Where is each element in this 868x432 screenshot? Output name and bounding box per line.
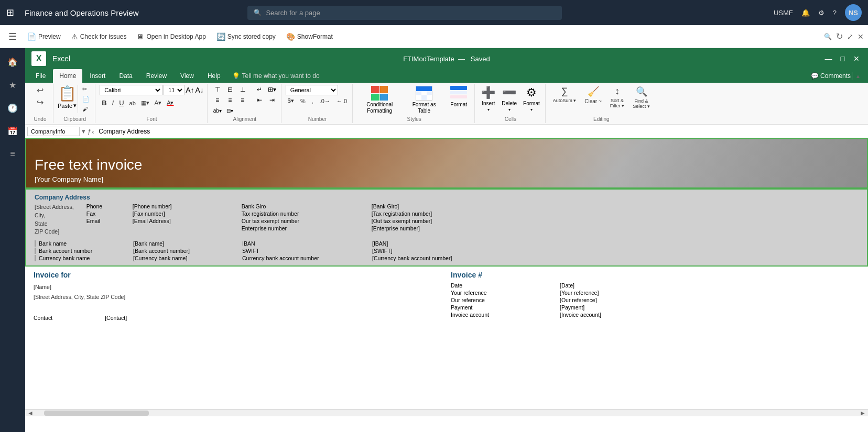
font-name-select[interactable]: Calibri bbox=[100, 85, 162, 95]
font-group-label: Font bbox=[146, 115, 157, 122]
merge-cells-button[interactable]: ⊟▾ bbox=[224, 106, 236, 115]
underline-button[interactable]: U bbox=[117, 98, 126, 108]
fill-color-button[interactable]: A▾ bbox=[153, 98, 164, 107]
ribbon-group-cells: ➕ Insert ▾ ➖ Delete ▾ ⚙ Format ▾ bbox=[476, 84, 546, 123]
close-button[interactable]: ✕ bbox=[851, 52, 862, 65]
increase-decimal-button[interactable]: .0→ bbox=[318, 97, 332, 105]
cell-styles-button[interactable]: Format bbox=[446, 85, 471, 108]
formula-input[interactable] bbox=[96, 127, 866, 136]
minimize-button[interactable]: — bbox=[823, 52, 834, 65]
invoice-header-area[interactable]: Free text invoice [Your Company Name] bbox=[25, 138, 868, 189]
align-bottom-button[interactable]: ⊥ bbox=[237, 85, 248, 94]
expand-formula-icon[interactable]: ▾ bbox=[82, 127, 85, 135]
align-right-button[interactable]: ≡ bbox=[237, 95, 248, 105]
redo-button[interactable]: ↪ bbox=[35, 97, 46, 108]
bold-button[interactable]: B bbox=[100, 98, 108, 108]
strikethrough-button[interactable]: ab bbox=[127, 99, 138, 107]
bank-giro-label: Bank Giro bbox=[242, 203, 367, 209]
tab-help[interactable]: Help bbox=[201, 69, 227, 83]
horizontal-scrollbar[interactable]: ◄ ► bbox=[25, 409, 868, 416]
show-format-button[interactable]: 🎨 ShowFormat bbox=[282, 30, 337, 43]
decrease-indent-button[interactable]: ⇤ bbox=[254, 95, 265, 105]
search-action-icon[interactable]: 🔍 bbox=[824, 33, 832, 40]
spreadsheet-area[interactable]: Free text invoice [Your Company Name] Co… bbox=[25, 138, 868, 432]
sidebar-list-icon[interactable]: ≡ bbox=[3, 145, 22, 163]
payment-value: [Payment] bbox=[560, 304, 860, 311]
undo-button[interactable]: ↩ bbox=[35, 85, 46, 96]
tab-review[interactable]: Review bbox=[140, 69, 173, 83]
sidebar-recent-icon[interactable]: 🕐 bbox=[3, 98, 22, 117]
settings-icon[interactable]: ⚙ bbox=[818, 9, 824, 17]
bank-account-label: Bank account number bbox=[35, 248, 129, 254]
maximize-button[interactable]: □ bbox=[839, 52, 847, 65]
delete-cells-button[interactable]: ➖ Delete ▾ bbox=[500, 85, 519, 113]
number-format-select[interactable]: General bbox=[286, 85, 338, 95]
wrap-text-button[interactable]: ↵ bbox=[254, 85, 265, 94]
scroll-left-icon[interactable]: ◄ bbox=[27, 409, 34, 417]
decrease-font-button[interactable]: A↓ bbox=[195, 86, 203, 94]
tell-me-input[interactable]: 💡 Tell me what you want to do bbox=[228, 70, 810, 82]
tab-view[interactable]: View bbox=[174, 69, 200, 83]
autosum-button[interactable]: ∑ AutoSum ▾ bbox=[550, 85, 580, 104]
font-size-select[interactable]: 11 bbox=[164, 85, 185, 95]
sort-filter-button[interactable]: ↕ Sort &Filter ▾ bbox=[607, 85, 628, 109]
font-color-button[interactable]: A▾ bbox=[165, 98, 176, 107]
align-top-button[interactable]: ⊤ bbox=[212, 85, 223, 94]
comma-button[interactable]: , bbox=[310, 97, 316, 105]
paste-dropdown[interactable]: Paste ▾ bbox=[58, 102, 77, 109]
increase-indent-button[interactable]: ⇥ bbox=[266, 95, 278, 105]
merge-center-button[interactable]: ⊞▾ bbox=[266, 85, 278, 94]
currency-bank-label: Currency bank name bbox=[35, 255, 129, 261]
insert-function-icon[interactable]: ƒₓ bbox=[88, 127, 94, 135]
close-action-icon[interactable]: ✕ bbox=[858, 32, 864, 41]
sidebar-star-icon[interactable]: ★ bbox=[3, 75, 22, 94]
tab-home[interactable]: Home bbox=[53, 69, 82, 83]
increase-font-button[interactable]: A↑ bbox=[186, 86, 194, 94]
tab-insert[interactable]: Insert bbox=[83, 69, 112, 83]
insert-cells-button[interactable]: ➕ Insert ▾ bbox=[479, 85, 497, 113]
format-painter-button[interactable]: 🖌 bbox=[80, 105, 92, 113]
open-desktop-button[interactable]: 🖥 Open in Desktop App bbox=[133, 30, 210, 43]
popout-icon[interactable]: ⤢ bbox=[847, 32, 853, 41]
borders-button[interactable]: ▦▾ bbox=[139, 98, 151, 107]
clear-button[interactable]: 🧹 Clear ~ bbox=[581, 85, 605, 105]
sidebar-home-icon[interactable]: 🏠 bbox=[3, 52, 22, 71]
currency-account-label: Currency bank account number bbox=[242, 255, 368, 261]
scroll-thumb[interactable] bbox=[44, 411, 149, 416]
decrease-decimal-button[interactable]: ←.0 bbox=[334, 97, 349, 105]
copy-button[interactable]: 📄 bbox=[80, 95, 92, 104]
format-as-table-button[interactable]: Format as Table bbox=[404, 85, 444, 115]
help-icon[interactable]: ? bbox=[833, 9, 837, 17]
orientation-button[interactable]: ab▾ bbox=[212, 106, 223, 115]
currency-button[interactable]: $▾ bbox=[286, 96, 296, 105]
number-group-label: Number bbox=[308, 115, 327, 122]
paste-button[interactable]: 📋 bbox=[58, 85, 77, 102]
hamburger-icon[interactable]: ☰ bbox=[4, 29, 21, 45]
check-issues-button[interactable]: ⚠ Check for issues bbox=[67, 30, 131, 43]
format-cells-button[interactable]: ⚙ Format ▾ bbox=[521, 85, 542, 113]
tab-data[interactable]: Data bbox=[113, 69, 138, 83]
avatar[interactable]: NS bbox=[845, 4, 862, 21]
search-bar[interactable]: 🔍 Search for a page bbox=[247, 6, 562, 20]
ribbon-collapse-button[interactable]: ▲ bbox=[852, 72, 864, 80]
percent-button[interactable]: % bbox=[298, 97, 308, 105]
align-left-button[interactable]: ≡ bbox=[212, 95, 223, 105]
comments-button[interactable]: 💬 Comments bbox=[811, 72, 851, 80]
refresh-icon[interactable]: ↻ bbox=[836, 31, 843, 41]
notifications-icon[interactable]: 🔔 bbox=[801, 9, 810, 17]
ribbon-group-alignment: ⊤ ⊟ ⊥ ↵ ⊞▾ ≡ ≡ ≡ ⇤ bbox=[209, 84, 281, 123]
scroll-right-icon[interactable]: ► bbox=[860, 409, 866, 417]
app-grid-icon[interactable]: ⊞ bbox=[6, 7, 14, 18]
align-center-button[interactable]: ≡ bbox=[224, 95, 236, 105]
conditional-format-button[interactable]: Conditional Formatting bbox=[357, 85, 402, 115]
cell-reference-input[interactable] bbox=[27, 127, 80, 136]
italic-button[interactable]: I bbox=[110, 98, 116, 108]
sidebar-calendar-icon[interactable]: 📅 bbox=[3, 121, 22, 140]
preview-button[interactable]: 📄 Preview bbox=[23, 30, 65, 43]
find-select-button[interactable]: 🔍 Find &Select ▾ bbox=[630, 85, 653, 110]
currency-account-value: [Currency bank account number] bbox=[372, 255, 477, 261]
cut-button[interactable]: ✂ bbox=[80, 85, 92, 94]
tab-file[interactable]: File bbox=[29, 69, 52, 83]
align-middle-button[interactable]: ⊟ bbox=[224, 85, 236, 94]
sync-copy-button[interactable]: 🔄 Sync stored copy bbox=[212, 30, 280, 43]
